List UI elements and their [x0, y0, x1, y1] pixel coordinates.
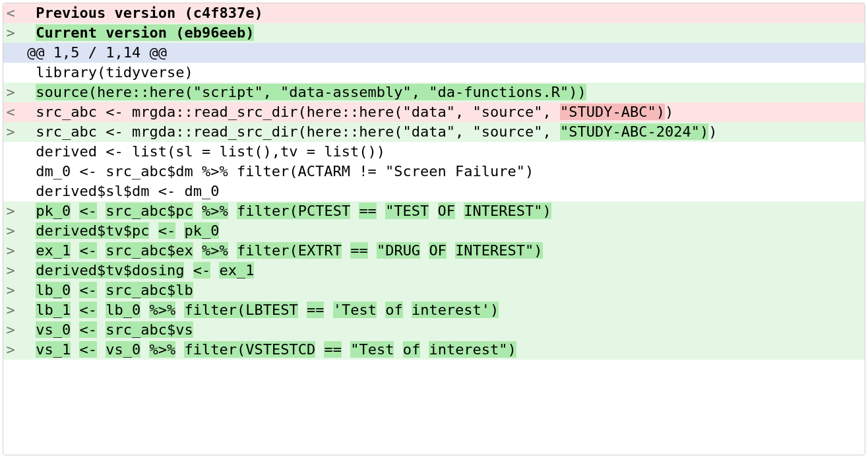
- diff-segment: src_abc$lb: [106, 282, 193, 298]
- diff-segment: derived$sl$dm <- dm_0: [27, 183, 219, 199]
- diff-sep: [18, 142, 27, 162]
- diff-sep: [18, 241, 27, 261]
- diff-line[interactable]: derived <- list(sl = list(),tv = list()): [27, 142, 865, 162]
- diff-sep: [18, 43, 27, 63]
- diff-segment: %>%: [149, 341, 175, 358]
- diff-segment: filter(VSTESTCD: [184, 341, 315, 358]
- diff-sep: [18, 3, 27, 23]
- diff-gutter: >: [3, 82, 18, 102]
- diff-line[interactable]: @@ 1,5 / 1,14 @@: [27, 43, 865, 63]
- diff-row[interactable]: library(tidyverse): [3, 63, 865, 82]
- diff-segment: derived$tv$pc: [36, 222, 149, 239]
- diff-segment: [298, 302, 307, 318]
- diff-line[interactable]: lb_0 <- src_abc$lb: [27, 280, 865, 300]
- diff-line[interactable]: source(here::here("script", "data-assemb…: [27, 82, 865, 102]
- diff-row[interactable]: > Current version (eb96eeb): [3, 23, 865, 43]
- diff-segment: [97, 282, 106, 298]
- diff-segment: [71, 203, 79, 219]
- diff-sep: [18, 280, 27, 300]
- diff-row[interactable]: > source(here::here("script", "data-asse…: [3, 82, 865, 102]
- diff-line[interactable]: ex_1 <- src_abc$ex %>% filter(EXTRT == "…: [27, 241, 865, 261]
- diff-line[interactable]: library(tidyverse): [27, 63, 865, 82]
- diff-segment: ==: [324, 341, 342, 358]
- diff-line[interactable]: src_abc <- mrgda::read_src_dir(here::her…: [27, 122, 865, 142]
- diff-segment: interest"): [429, 341, 516, 358]
- diff-segment: [377, 203, 385, 219]
- diff-line[interactable]: pk_0 <- src_abc$pc %>% filter(PCTEST == …: [27, 201, 865, 221]
- diff-line[interactable]: vs_1 <- vs_0 %>% filter(VSTESTCD == "Tes…: [27, 340, 865, 360]
- diff-gutter: >: [3, 23, 18, 43]
- diff-segment: [27, 282, 36, 298]
- diff-segment: [71, 242, 79, 259]
- diff-segment: "Test: [350, 341, 394, 358]
- diff-sep: [18, 102, 27, 122]
- diff-row[interactable]: derived <- list(sl = list(),tv = list()): [3, 142, 865, 162]
- diff-panel: < Previous version (c4f837e)> Current ve…: [3, 3, 865, 455]
- diff-segment: <-: [158, 222, 176, 239]
- diff-segment: [193, 203, 202, 219]
- diff-segment: vs_0: [106, 341, 140, 358]
- diff-segment: [97, 321, 106, 338]
- diff-row[interactable]: > vs_1 <- vs_0 %>% filter(VSTESTCD == "T…: [3, 340, 865, 360]
- diff-segment: ==: [307, 302, 325, 318]
- diff-row[interactable]: > lb_1 <- lb_0 %>% filter(LBTEST == 'Tes…: [3, 300, 865, 320]
- diff-segment: [71, 321, 79, 338]
- diff-gutter: >: [3, 340, 18, 360]
- diff-row[interactable]: > derived$tv$dosing <- ex_1: [3, 261, 865, 280]
- diff-row[interactable]: < Previous version (c4f837e): [3, 3, 865, 23]
- diff-view[interactable]: < Previous version (c4f837e)> Current ve…: [3, 3, 865, 360]
- diff-line[interactable]: derived$sl$dm <- dm_0: [27, 181, 865, 201]
- diff-segment: [27, 262, 36, 278]
- diff-row[interactable]: > vs_0 <- src_abc$vs: [3, 320, 865, 340]
- diff-segment: vs_1: [36, 341, 71, 358]
- diff-segment: library(tidyverse): [27, 64, 193, 81]
- diff-segment: "STUDY-ABC-2024"): [560, 123, 708, 140]
- diff-gutter: >: [3, 300, 18, 320]
- diff-row[interactable]: > derived$tv$pc <- pk_0: [3, 221, 865, 241]
- diff-segment: [175, 341, 184, 358]
- diff-segment: [97, 302, 106, 318]
- diff-row[interactable]: @@ 1,5 / 1,14 @@: [3, 43, 865, 63]
- diff-segment: [140, 341, 149, 358]
- diff-line[interactable]: Previous version (c4f837e): [27, 3, 865, 23]
- diff-line[interactable]: src_abc <- mrgda::read_src_dir(here::her…: [27, 102, 865, 122]
- diff-gutter: >: [3, 221, 18, 241]
- diff-segment: [368, 242, 377, 259]
- diff-segment: "STUDY-ABC"): [560, 104, 665, 120]
- diff-segment: ): [708, 123, 717, 140]
- diff-segment: src_abc$vs: [106, 321, 193, 338]
- diff-row[interactable]: > pk_0 <- src_abc$pc %>% filter(PCTEST =…: [3, 201, 865, 221]
- diff-segment: INTEREST"): [464, 203, 551, 219]
- diff-sep: [18, 320, 27, 340]
- diff-segment: [342, 242, 350, 259]
- diff-line[interactable]: dm_0 <- src_abc$dm %>% filter(ACTARM != …: [27, 162, 865, 181]
- diff-gutter: >: [3, 280, 18, 300]
- diff-line[interactable]: lb_1 <- lb_0 %>% filter(LBTEST == 'Test …: [27, 300, 865, 320]
- diff-line[interactable]: vs_0 <- src_abc$vs: [27, 320, 865, 340]
- diff-segment: [27, 222, 36, 239]
- diff-segment: "DRUG: [377, 242, 420, 259]
- diff-segment: [71, 302, 79, 318]
- diff-sep: [18, 63, 27, 82]
- diff-segment: @@ 1,5 / 1,14 @@: [27, 44, 167, 61]
- diff-segment: source(here::here("script", "data-assemb…: [36, 84, 586, 100]
- diff-segment: Previous version (c4f837e): [36, 5, 263, 21]
- diff-segment: [27, 84, 36, 100]
- diff-line[interactable]: derived$tv$pc <- pk_0: [27, 221, 865, 241]
- diff-row[interactable]: > ex_1 <- src_abc$ex %>% filter(EXTRT ==…: [3, 241, 865, 261]
- diff-row[interactable]: derived$sl$dm <- dm_0: [3, 181, 865, 201]
- diff-row[interactable]: < src_abc <- mrgda::read_src_dir(here::h…: [3, 102, 865, 122]
- diff-segment: Current version (eb96eeb): [36, 24, 254, 41]
- diff-gutter: >: [3, 241, 18, 261]
- diff-segment: [140, 302, 149, 318]
- diff-line[interactable]: Current version (eb96eeb): [27, 23, 865, 43]
- diff-segment: derived$tv$dosing: [36, 262, 184, 278]
- diff-row[interactable]: dm_0 <- src_abc$dm %>% filter(ACTARM != …: [3, 162, 865, 181]
- diff-sep: [18, 221, 27, 241]
- diff-row[interactable]: > src_abc <- mrgda::read_src_dir(here::h…: [3, 122, 865, 142]
- diff-row[interactable]: > lb_0 <- src_abc$lb: [3, 280, 865, 300]
- diff-segment: "TEST: [385, 203, 429, 219]
- diff-segment: <-: [79, 242, 97, 259]
- diff-segment: ==: [350, 242, 368, 259]
- diff-line[interactable]: derived$tv$dosing <- ex_1: [27, 261, 865, 280]
